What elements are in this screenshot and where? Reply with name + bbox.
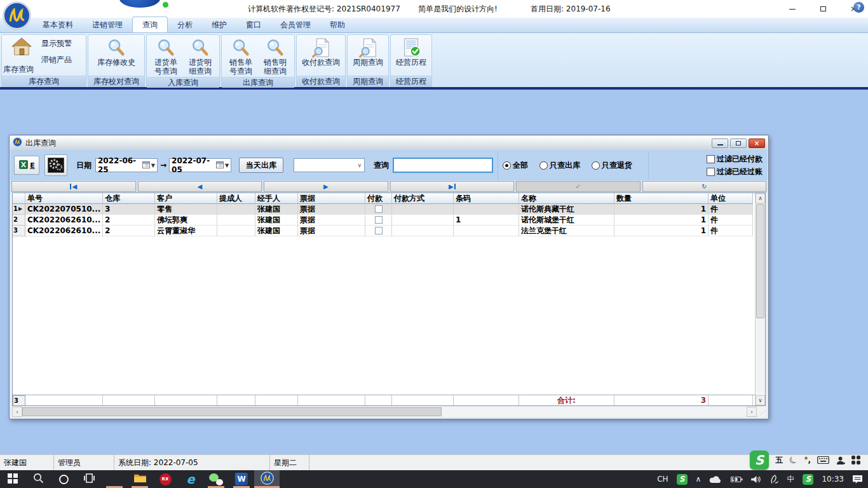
nav-first-button[interactable]: ◀ [11, 181, 136, 192]
vertical-scroll-thumb[interactable] [756, 204, 764, 318]
ribbon-button[interactable]: 库存查询 [3, 64, 34, 75]
column-header-mingcheng[interactable]: 名称 [519, 193, 614, 204]
menu-tab-5[interactable]: 窗口 [236, 17, 271, 32]
ime-menu-icon[interactable] [851, 456, 860, 464]
table-row[interactable]: 3CK2022062610...2云霄董淑华张建国票据法兰克堡干红1件 [13, 226, 755, 236]
scroll-up-icon[interactable]: ∧ [756, 193, 765, 203]
ime-mode-wubi[interactable]: 五 [775, 455, 783, 466]
sogou-tray-icon[interactable]: S [677, 474, 688, 485]
column-header-danwei[interactable]: 单位 [709, 193, 753, 204]
menu-tab-1[interactable]: 进销管理 [83, 17, 132, 32]
tray-expand-icon[interactable]: ∧ [696, 475, 702, 484]
cortana-button[interactable] [51, 470, 76, 488]
ribbon-button[interactable]: 销售单号查询 [225, 37, 257, 77]
date-from-field[interactable]: 2022-06-25 ▼ [95, 158, 158, 172]
column-header-danhao[interactable]: 单号 [25, 193, 103, 204]
scope-radio-0[interactable]: 全部 [503, 160, 528, 171]
settings-button[interactable] [44, 154, 67, 176]
column-header-shuliang[interactable]: 数量 [614, 193, 709, 204]
today-outbound-button[interactable]: 当天出库 [239, 158, 283, 173]
menu-tab-6[interactable]: 会员管理 [271, 17, 320, 32]
taskbar-search-button[interactable] [25, 470, 51, 488]
ribbon-button[interactable]: 销售明细查询 [259, 37, 291, 77]
query-window-titlebar[interactable]: 出库查询 × [10, 136, 768, 150]
paid-checkbox[interactable] [375, 216, 383, 224]
action-center-icon[interactable] [852, 475, 863, 484]
window-restore-button[interactable] [730, 139, 747, 148]
soft-keyboard-icon[interactable] [817, 456, 829, 464]
taskbar-edge-button[interactable] [102, 470, 127, 488]
column-header-fkfs[interactable]: 付款方式 [392, 193, 454, 204]
scroll-right-icon[interactable]: › [747, 407, 757, 417]
column-header-piaoju[interactable]: 票据 [298, 193, 365, 204]
ribbon-button[interactable]: 进货单号查询 [150, 37, 182, 77]
ribbon-button[interactable]: 库存修改史 [95, 37, 137, 68]
start-button[interactable] [0, 470, 25, 488]
vertical-scrollbar[interactable]: ∧ ∨ [755, 193, 765, 405]
volume-icon[interactable] [751, 475, 762, 484]
punctuation-mode-icon[interactable]: °, [804, 456, 811, 464]
nav-last-button[interactable]: ▶ [390, 181, 515, 192]
column-header-tiaoma[interactable]: 条码 [454, 193, 519, 204]
column-header-ticheng[interactable]: 提成人 [217, 193, 255, 204]
language-indicator[interactable]: CH [657, 475, 668, 484]
taskbar-rx-button[interactable]: RX [153, 470, 178, 488]
table-row[interactable]: 2CK2022062610...2佛坛郭爽张建国票据1诺伦斯城堡干红1件 [13, 215, 755, 226]
scroll-down-icon[interactable]: ∨ [756, 395, 765, 405]
paid-checkbox[interactable] [375, 205, 383, 213]
search-input[interactable] [393, 158, 493, 173]
filter-combobox[interactable]: ∨ [294, 158, 365, 172]
column-header-jingshou[interactable]: 经手人 [255, 193, 298, 204]
taskbar-explorer-button[interactable] [127, 470, 153, 488]
column-header-kehu[interactable]: 客户 [155, 193, 217, 204]
pen-icon[interactable] [770, 475, 778, 484]
scope-radio-1[interactable]: 只查出库 [539, 160, 580, 171]
sogou-tray-icon[interactable]: S [803, 474, 813, 485]
window-close-button[interactable]: × [749, 139, 765, 148]
menu-tab-7[interactable]: 帮助 [320, 17, 355, 32]
taskbar-word-button[interactable]: W [229, 470, 254, 488]
moon-icon[interactable]: ☾ [787, 453, 800, 467]
taskbar-active-app-button[interactable] [254, 470, 280, 488]
menu-tab-3[interactable]: 分析 [168, 17, 202, 32]
date-to-field[interactable]: 2022-07-05 ▼ [169, 158, 231, 172]
ribbon-button[interactable]: 周期查询 [351, 37, 385, 68]
query-window[interactable]: 出库查询 × E 日期 2022-06-25 [9, 135, 769, 419]
menu-tab-0[interactable]: 基本资料 [33, 17, 83, 32]
horizontal-scrollbar[interactable]: ‹ › ⋰ [12, 407, 766, 417]
chevron-down-icon[interactable]: ▼ [225, 163, 229, 168]
onedrive-cloud-icon[interactable] [709, 475, 722, 484]
ime-chinese-indicator[interactable]: 中 [787, 474, 794, 485]
horizontal-scroll-thumb[interactable] [22, 407, 442, 416]
help-icon[interactable]: ? [853, 2, 864, 13]
nav-next-button[interactable]: ▶ [264, 181, 388, 192]
filter-checkbox-0[interactable]: 过滤已经付款 [707, 154, 763, 165]
taskbar-ie-button[interactable]: e [178, 470, 203, 488]
ime-account-icon[interactable] [836, 456, 845, 465]
ribbon-link-0[interactable]: 显示预警 [41, 38, 72, 49]
app-logo-button[interactable] [3, 1, 31, 30]
ribbon-button[interactable]: 进货明细查询 [184, 37, 216, 77]
scroll-left-icon[interactable]: ‹ [12, 407, 22, 417]
scope-radio-2[interactable]: 只查退货 [592, 160, 632, 171]
battery-icon[interactable] [731, 476, 743, 483]
nav-prev-button[interactable]: ◀ [138, 181, 262, 192]
app-minimize-button[interactable] [778, 0, 807, 18]
taskbar-wechat-button[interactable] [203, 470, 229, 488]
ribbon-link-1[interactable]: 滞销产品 [41, 55, 72, 65]
task-view-button[interactable] [76, 470, 102, 488]
filter-checkbox-1[interactable]: 过滤已经过账 [707, 166, 763, 177]
column-header-fukuan[interactable]: 付款 [365, 193, 392, 204]
menu-tab-2[interactable]: 查询 [132, 17, 168, 32]
chevron-down-icon[interactable]: ▼ [151, 163, 155, 168]
export-excel-button[interactable]: E [14, 156, 39, 175]
ribbon-button[interactable]: 经营历程 [394, 37, 428, 68]
menu-tab-4[interactable]: 维护 [202, 17, 236, 32]
resize-grip[interactable]: ⋰ [757, 407, 766, 417]
table-row[interactable]: 1▶CK2022070510...3零售张建国票据诺伦斯典藏干红1件 [13, 204, 755, 215]
nav-refresh-button[interactable]: ↻ [642, 181, 767, 192]
window-minimize-button[interactable] [712, 139, 728, 148]
app-restore-button[interactable] [808, 0, 837, 18]
sogou-logo-icon[interactable]: S [750, 451, 769, 470]
column-header-cangku[interactable]: 仓库 [103, 193, 155, 204]
